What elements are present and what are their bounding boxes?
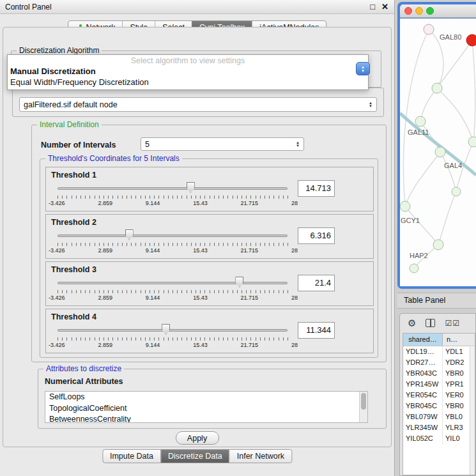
table-row[interactable]: YER054CYER0	[403, 390, 475, 401]
slider-thumb[interactable]	[125, 229, 134, 240]
threshold-slider[interactable]	[58, 181, 288, 194]
threshold-label: Threshold 4	[51, 312, 96, 321]
threshold-label: Threshold 3	[51, 265, 96, 274]
network-node[interactable]	[452, 187, 461, 196]
table-data-combo[interactable]: galFiltered.sif default node ▲▼	[19, 97, 377, 112]
table-row[interactable]: YPR145WYPR1	[403, 379, 475, 390]
slider-track	[58, 234, 288, 237]
network-edge	[472, 40, 475, 142]
combo-arrows-icon: ▲▼	[369, 102, 372, 108]
checkbox-icon[interactable]: ☑	[445, 319, 452, 328]
apply-button[interactable]: Apply	[176, 431, 219, 445]
interval-definition-label: Interval Definition	[37, 120, 102, 129]
float-window-icon[interactable]: □	[370, 2, 375, 12]
tab-label: Infer Network	[237, 452, 284, 461]
table-toolbar: ⚙ ☑☑	[400, 315, 475, 331]
threshold-label: Threshold 1	[51, 171, 96, 180]
close-traffic-light[interactable]	[404, 7, 412, 15]
threshold-value-field[interactable]: 11.344	[298, 322, 335, 339]
column-header-name[interactable]: n…	[443, 334, 475, 346]
threshold-panel-2: Threshold 2-3.4262.8599.14415.4321.71528…	[45, 214, 374, 259]
checkbox-filter-icons[interactable]: ☑☑	[445, 319, 460, 328]
table-row[interactable]: YIL052CYIL0	[403, 433, 475, 444]
table-row[interactable]: YDR27…YDR2	[403, 357, 475, 368]
cell-shared-name: YBR043C	[403, 368, 443, 379]
network-node[interactable]	[424, 24, 434, 35]
network-node[interactable]	[435, 147, 445, 157]
table-row[interactable]: YDL19…YDL1	[403, 346, 475, 357]
scrollbar-thumb[interactable]	[361, 393, 366, 410]
threshold-value-field[interactable]: 21.4	[298, 275, 335, 291]
attributes-group-label: Attributes to discretize	[43, 364, 124, 373]
gear-icon[interactable]: ⚙	[408, 318, 416, 328]
num-intervals-label: Number of Intervals	[41, 141, 116, 150]
close-icon[interactable]: ✕	[381, 2, 388, 12]
attributes-list-items: SelfLoopsTopologicalCoefficientBetweenne…	[45, 392, 367, 423]
threshold-slider[interactable]	[58, 229, 288, 242]
threshold-label: Threshold 2	[51, 218, 96, 227]
network-node[interactable]	[468, 137, 476, 147]
table-row[interactable]: YBL079WYBL0	[403, 411, 475, 422]
bottom-tab-infer-network[interactable]: Infer Network	[229, 450, 291, 463]
cell-shared-name: YBL079W	[403, 411, 443, 422]
network-node-label: GCY1	[401, 217, 420, 224]
network-node[interactable]	[415, 116, 426, 127]
attribute-item[interactable]: TopologicalCoefficient	[45, 403, 367, 415]
table-data-group: Table Data galFiltered.sif default node …	[12, 88, 384, 117]
slider-thumb[interactable]	[187, 182, 195, 193]
attributes-list[interactable]: SelfLoopsTopologicalCoefficientBetweenne…	[45, 391, 368, 423]
thresholds-group: Threshold's Coordinates for 5 Intervals …	[40, 158, 378, 358]
network-node[interactable]	[432, 83, 442, 93]
attributes-scrollbar[interactable]	[359, 392, 367, 422]
threshold-slider[interactable]	[58, 276, 288, 289]
algorithm-combo-button[interactable]: ▲ ▼	[356, 62, 370, 75]
cell-shared-name: YDL19…	[403, 346, 443, 357]
columns-icon[interactable]	[426, 319, 435, 327]
table-row[interactable]: YBR043CYBR0	[403, 368, 475, 379]
network-node[interactable]	[410, 264, 418, 273]
attribute-item[interactable]: BetweennessCentrality	[45, 414, 367, 423]
network-window-titlebar	[400, 4, 476, 18]
table-scrollbar[interactable]	[470, 347, 475, 475]
network-canvas[interactable]: GAL80GAL11GAL4GCY1HAP2	[400, 19, 476, 286]
tick-label: 2.859	[98, 295, 112, 301]
bottom-tab-discretize-data[interactable]: Discretize Data	[160, 450, 229, 463]
zoom-traffic-light[interactable]	[426, 7, 434, 15]
bottom-tab-impute-data[interactable]: Impute Data	[103, 450, 160, 463]
tick-label: 15.43	[193, 295, 208, 301]
slider-ticks	[58, 243, 288, 246]
slider-thumb[interactable]	[162, 324, 170, 335]
num-intervals-value: 5	[145, 140, 150, 149]
table-row[interactable]: YLR345WYLR3	[403, 422, 475, 433]
network-graph[interactable]: GAL80GAL11GAL4GCY1HAP2	[400, 19, 476, 286]
num-intervals-combo[interactable]: 5 ▲▼	[141, 137, 304, 151]
network-view-window: GAL80GAL11GAL4GCY1HAP2	[397, 2, 476, 289]
attribute-item[interactable]: SelfLoops	[45, 392, 367, 403]
tick-label: -3.426	[49, 295, 65, 301]
column-header-shared-name[interactable]: shared…	[403, 334, 443, 346]
threshold-value-field[interactable]: 14.713	[298, 180, 335, 197]
tick-label: 28	[291, 247, 298, 254]
tick-label: 21.715	[241, 200, 259, 206]
table-row[interactable]: YBR045CYBR0	[403, 401, 475, 411]
network-node[interactable]	[400, 201, 410, 211]
control-panel-window: Control Panel □ ✕ NetworkStyleSelectCyni…	[0, 0, 395, 476]
slider-tick-labels: -3.4262.8599.14415.4321.71528	[49, 200, 298, 206]
network-node[interactable]	[433, 240, 443, 250]
slider-tick-labels: -3.4262.8599.14415.4321.71528	[49, 295, 298, 301]
algorithm-option[interactable]: Equal Width/Frequency Discretization	[8, 77, 368, 88]
threshold-value-field[interactable]: 6.316	[298, 227, 335, 244]
minimize-traffic-light[interactable]	[415, 7, 423, 15]
checkbox-icon[interactable]: ☑	[452, 319, 460, 328]
threshold-panel-3: Threshold 3-3.4262.8599.14415.4321.71528…	[45, 261, 374, 306]
slider-thumb[interactable]	[235, 277, 243, 288]
threshold-panel-1: Threshold 1-3.4262.8599.14415.4321.71528…	[45, 167, 374, 211]
network-node[interactable]	[466, 35, 476, 46]
threshold-slider[interactable]	[58, 323, 288, 336]
cell-shared-name: YDR27…	[403, 357, 443, 368]
combo-arrows-icon: ▲▼	[296, 141, 300, 148]
threshold-panel-4: Threshold 4-3.4262.8599.14415.4321.71528…	[45, 309, 374, 353]
tick-label: 21.715	[241, 295, 259, 301]
algorithm-group-label: Discretization Algorithm	[17, 46, 102, 55]
algorithm-option[interactable]: Manual Discretization	[8, 66, 368, 77]
